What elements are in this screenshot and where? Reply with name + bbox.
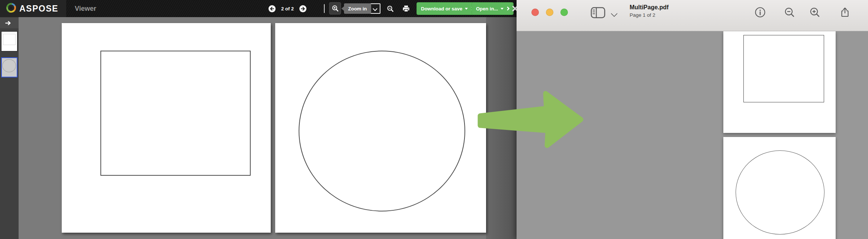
screenshot-canvas: ASPOSE Viewer 2 of 2 (0, 0, 868, 239)
caret-down-icon (501, 8, 504, 10)
info-button[interactable] (755, 7, 766, 18)
product-name: Viewer (75, 0, 96, 17)
preview-titlebar: MultiPage.pdf Page 1 of 2 (517, 0, 868, 31)
caret-down-icon (465, 8, 468, 10)
magnifier-minus-icon (387, 5, 394, 12)
chevron-down-icon (373, 6, 377, 11)
preview-page-1 (723, 31, 836, 133)
fullscreen-window-button[interactable] (560, 9, 568, 16)
zoom-out-button[interactable] (784, 7, 795, 18)
preview-content-area[interactable] (517, 31, 868, 239)
next-page-button[interactable] (299, 5, 306, 12)
arrow-right-icon (5, 21, 11, 25)
printer-icon (402, 5, 410, 12)
zoom-in-tooltip: Zoom in (344, 3, 371, 14)
thumbnail-page-1[interactable] (1, 31, 17, 51)
arrow-right-icon (300, 6, 305, 11)
thumbnail-page-2-selected[interactable] (1, 57, 17, 77)
page-indicator: 2 of 2 (281, 6, 294, 12)
document-title-block: MultiPage.pdf Page 1 of 2 (630, 4, 669, 18)
chevron-right-icon (506, 6, 510, 10)
sidebar-collapse-button[interactable] (0, 17, 19, 28)
window-shadow (486, 17, 517, 239)
page-shape-circle (736, 150, 824, 235)
page-shape-circle (299, 51, 465, 211)
page-status: Page 1 of 2 (630, 12, 669, 18)
zoom-out-button[interactable] (386, 0, 394, 17)
brand-name: ASPOSE (19, 4, 58, 14)
aspose-viewer-window: ASPOSE Viewer 2 of 2 (0, 0, 517, 239)
magnifier-plus-icon (332, 5, 339, 12)
chevron-down-icon[interactable] (611, 10, 617, 17)
download-or-save-button[interactable]: Download or save (417, 2, 478, 15)
sidebar-panel-icon (591, 7, 605, 19)
document-title: MultiPage.pdf (630, 4, 669, 11)
page-shape-rectangle (100, 51, 251, 176)
page-shape-rectangle (743, 35, 824, 102)
preview-page-2 (723, 137, 836, 239)
tooltip-pointer (341, 6, 344, 11)
magnifier-minus-icon (784, 7, 795, 18)
info-icon (755, 7, 766, 18)
page-navigation: 2 of 2 (269, 0, 306, 17)
thumbnail-circle-shape (2, 59, 16, 72)
magnifier-plus-icon (809, 7, 820, 18)
viewer-page-1 (62, 23, 271, 233)
minimize-window-button[interactable] (546, 9, 553, 16)
zoom-in-button[interactable] (329, 2, 341, 15)
share-button[interactable] (839, 7, 851, 18)
viewer-page-2 (275, 23, 486, 233)
toolbar-divider (324, 4, 325, 13)
share-icon (839, 7, 851, 18)
macos-preview-window: MultiPage.pdf Page 1 of 2 (517, 0, 868, 239)
arrow-left-icon (270, 6, 274, 11)
zoom-in-button[interactable] (809, 7, 820, 18)
aspose-logo-icon (6, 3, 16, 15)
close-window-button[interactable] (531, 9, 539, 16)
thumbnail-rectangle-shape (3, 34, 16, 45)
thumbnail-sidebar (0, 17, 19, 239)
aspose-brand[interactable]: ASPOSE (0, 0, 66, 17)
print-button[interactable] (402, 0, 411, 17)
aspose-toolbar: ASPOSE Viewer 2 of 2 (0, 0, 517, 17)
sidebar-toggle-button[interactable] (591, 7, 605, 19)
open-in-button[interactable]: Open in... (472, 2, 514, 15)
previous-page-button[interactable] (269, 5, 276, 12)
